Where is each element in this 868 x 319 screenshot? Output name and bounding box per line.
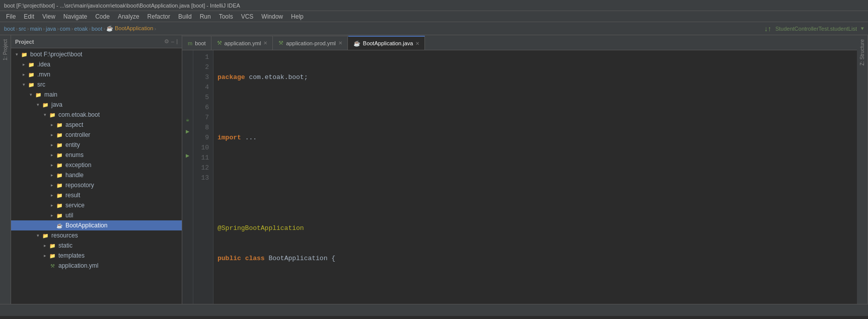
arrow-app-yml (41, 263, 48, 268)
tab-boot-icon: m (188, 40, 192, 46)
tab-boot-label: boot (195, 40, 205, 46)
tree-item-main[interactable]: ▾ 📁 main (11, 90, 182, 100)
tree-item-root[interactable]: ▾ 📁 boot F:\project\boot (11, 49, 182, 59)
tree-item-resources[interactable]: ▾ 📁 resources (11, 230, 182, 241)
tree-item-handle[interactable]: ▸ 📁 handle (11, 170, 182, 180)
panel-settings-icon[interactable]: ⚙ (164, 38, 169, 45)
tab-boot[interactable]: m boot (182, 36, 211, 50)
menu-vcs[interactable]: VCS (237, 12, 258, 21)
tree-item-com-etoak-boot[interactable]: ▾ 📁 com.etoak.boot (11, 110, 182, 120)
folder-src-icon: 📁 (27, 81, 35, 89)
menu-analyze[interactable]: Analyze (114, 12, 143, 21)
project-panel: Project ⚙ – | ▾ 📁 boot F:\project\boot ▸… (11, 35, 182, 304)
tree-item-result[interactable]: ▸ 📁 result (11, 190, 182, 200)
gutter-spring-icon[interactable]: ☕ (182, 115, 193, 125)
tree-item-src[interactable]: ▾ 📁 src (11, 79, 182, 90)
folder-mvn-icon: 📁 (27, 70, 35, 78)
tree-item-java[interactable]: ▾ 📁 java (11, 100, 182, 110)
breadcrumb-src[interactable]: src (19, 26, 26, 32)
spring-file-icon: ☕ (55, 221, 63, 229)
tree-label-root: boot F:\project\boot (30, 51, 82, 58)
tree-item-mvn[interactable]: ▸ 📁 .mvn (11, 69, 182, 79)
arrow-exception: ▸ (48, 163, 55, 168)
tree-item-boot-application[interactable]: ☕ BootApplication (11, 220, 182, 230)
menu-edit[interactable]: Edit (20, 12, 38, 21)
menu-tools[interactable]: Tools (215, 12, 237, 21)
tab-yml-close-icon[interactable]: ✕ (263, 40, 267, 46)
panel-pin-icon[interactable]: | (176, 38, 178, 45)
folder-idea-icon: 📁 (27, 60, 35, 68)
code-line-8 (218, 284, 853, 294)
tree-item-exception[interactable]: ▸ 📁 exception (11, 160, 182, 170)
breadcrumb-java[interactable]: java (46, 26, 56, 32)
gutter-line-4 (182, 91, 193, 101)
title-text: boot [F:\project\boot] - ...\src\main\ja… (4, 3, 240, 9)
breadcrumb-method[interactable]: StudentControllerTest.studentList (775, 26, 857, 32)
tree-item-controller[interactable]: ▸ 📁 controller (11, 130, 182, 140)
menu-navigate[interactable]: Navigate (59, 12, 91, 21)
menu-code[interactable]: Code (91, 12, 114, 21)
menu-window[interactable]: Window (257, 12, 287, 21)
line-num-11: 11 (195, 153, 209, 163)
menu-file[interactable]: File (2, 12, 20, 21)
tab-java-icon: ☕ (353, 40, 360, 47)
arrow-reposotory: ▸ (48, 183, 55, 188)
code-line-2 (218, 103, 853, 113)
folder-exception-icon: 📁 (55, 161, 63, 169)
tree-item-enums[interactable]: ▸ 📁 enums (11, 150, 182, 160)
menu-run[interactable]: Run (196, 12, 215, 21)
tab-application-yml[interactable]: ⚒ application.yml ✕ (211, 36, 273, 50)
folder-com-icon: 📁 (48, 111, 56, 119)
line-num-3: 3 (195, 72, 209, 83)
line-num-1: 1 (195, 52, 209, 62)
code-editor[interactable]: ☕ ▶ ▶ 1 2 3 4 5 6 7 8 (182, 50, 857, 304)
tree-item-util[interactable]: ▸ 📁 util (11, 210, 182, 220)
tree-item-aspect[interactable]: ▸ 📁 aspect (11, 120, 182, 130)
bottom-status (4, 307, 6, 313)
tree-label-controller: controller (65, 131, 90, 138)
panel-collapse-icon[interactable]: – (171, 38, 174, 45)
tree-label-handle: handle (65, 172, 84, 179)
gutter-run-icon-2[interactable]: ▶ (182, 151, 193, 161)
gutter-run-icon[interactable]: ▶ (182, 127, 193, 137)
tab-prod-yml-close-icon[interactable]: ✕ (338, 40, 342, 46)
tree-item-templates[interactable]: ▸ 📁 templates (11, 251, 182, 261)
sidebar-project-tab[interactable]: 1: Project (2, 37, 9, 62)
folder-root-icon: 📁 (20, 50, 28, 58)
tree-area: ▾ 📁 boot F:\project\boot ▸ 📁 .idea ▸ 📁 .… (11, 48, 182, 304)
arrow-handle: ▸ (48, 173, 55, 178)
tree-label-mvn: .mvn (37, 71, 50, 78)
line-num-10: 10 (195, 143, 209, 153)
structure-tab-label[interactable]: Z: Structure (858, 37, 866, 67)
tree-item-application-yml[interactable]: ⚒ application.yml (11, 261, 182, 271)
breadcrumb-main[interactable]: main (30, 26, 42, 32)
tab-bootapp-close-icon[interactable]: ✕ (415, 41, 419, 46)
dropdown-icon[interactable]: ▾ (861, 25, 864, 32)
folder-util-icon: 📁 (55, 211, 63, 219)
tree-item-entity[interactable]: ▸ 📁 entity (11, 140, 182, 150)
breadcrumb-bootpkg[interactable]: boot (92, 26, 102, 32)
tab-application-prod-yml[interactable]: ⚒ application-prod.yml ✕ (273, 36, 347, 50)
tab-boot-application[interactable]: ☕ BootApplication.java ✕ (348, 36, 425, 50)
left-sidebar-strip: 1: Project (0, 35, 11, 304)
tree-item-idea[interactable]: ▸ 📁 .idea (11, 59, 182, 69)
code-line-6: @SpringBootApplication (218, 223, 853, 233)
folder-static-icon: 📁 (48, 242, 56, 250)
breadcrumb-etoak[interactable]: etoak (74, 26, 88, 32)
tree-label-reposotory: reposotory (65, 182, 94, 189)
tree-label-service: service (65, 202, 85, 209)
menu-build[interactable]: Build (174, 12, 196, 21)
menu-help[interactable]: Help (287, 12, 308, 21)
menu-view[interactable]: View (38, 12, 59, 21)
tree-item-static[interactable]: ▸ 📁 static (11, 241, 182, 251)
arrow-service: ▸ (48, 203, 55, 208)
tree-item-service[interactable]: ▸ 📁 service (11, 200, 182, 210)
code-content[interactable]: package com.etoak.boot; import ... @Spri… (213, 50, 857, 304)
breadcrumb-com[interactable]: com (60, 26, 70, 32)
tree-item-reposotory[interactable]: ▸ 📁 reposotory (11, 180, 182, 190)
breadcrumb-bootapp[interactable]: ☕ BootApplication (106, 25, 154, 32)
tab-bootapp-label: BootApplication.java (363, 40, 413, 46)
breadcrumb-boot[interactable]: boot (4, 26, 15, 32)
menu-refactor[interactable]: Refactor (143, 12, 174, 21)
main-layout: 1: Project Project ⚙ – | ▾ 📁 boot F:\pro… (0, 35, 868, 304)
